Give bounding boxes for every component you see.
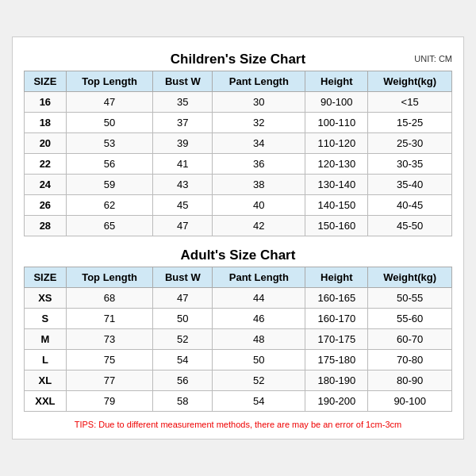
col-top-length-adult: Top Length [66, 267, 153, 288]
children-table-body: 1647353090-100<1518503732100-11015-25205… [25, 92, 452, 236]
table-cell: 53 [66, 133, 153, 154]
table-cell: 180-190 [305, 370, 368, 391]
children-table-header: SIZE Top Length Bust W Pant Length Heigh… [25, 71, 452, 92]
table-cell: 22 [25, 154, 67, 175]
table-cell: XS [25, 288, 67, 309]
table-cell: 90-100 [305, 92, 368, 113]
table-cell: 140-150 [305, 195, 368, 216]
table-cell: 71 [66, 309, 153, 329]
table-cell: 44 [213, 288, 305, 309]
table-cell: 47 [66, 92, 153, 113]
table-row: 1647353090-100<15 [25, 92, 452, 113]
tips-text: TIPS: Due to different measurement metho… [24, 418, 452, 431]
table-cell: 26 [25, 195, 67, 216]
table-row: XL775652180-19080-90 [25, 370, 452, 391]
table-cell: 48 [213, 329, 305, 350]
table-cell: 59 [66, 175, 153, 195]
table-cell: 52 [213, 370, 305, 391]
col-bust-w-adult: Bust W [153, 267, 213, 288]
table-cell: 65 [66, 216, 153, 236]
table-cell: 56 [66, 154, 153, 175]
table-cell: 45 [153, 195, 213, 216]
unit-label: UNIT: CM [414, 54, 452, 63]
children-table: SIZE Top Length Bust W Pant Length Heigh… [24, 71, 452, 236]
table-cell: 50-55 [368, 288, 452, 309]
table-row: 18503732100-11015-25 [25, 113, 452, 133]
col-height-adult: Height [305, 267, 368, 288]
col-pant-length: Pant Length [213, 71, 305, 92]
table-cell: XL [25, 370, 67, 391]
col-weight-adult: Weight(kg) [368, 267, 452, 288]
table-row: 22564136120-13030-35 [25, 154, 452, 175]
table-cell: 25-30 [368, 133, 452, 154]
col-pant-length-adult: Pant Length [213, 267, 305, 288]
table-cell: 41 [153, 154, 213, 175]
table-cell: 160-165 [305, 288, 368, 309]
table-cell: 56 [153, 370, 213, 391]
table-cell: 75 [66, 350, 153, 370]
table-cell: 54 [213, 391, 305, 412]
table-cell: 90-100 [368, 391, 452, 412]
table-row: M735248170-17560-70 [25, 329, 452, 350]
children-section-title: Children's Size Chart UNIT: CM [24, 47, 452, 71]
table-cell: 52 [153, 329, 213, 350]
size-chart-card: Children's Size Chart UNIT: CM SIZE Top … [12, 36, 464, 440]
table-cell: 46 [213, 309, 305, 329]
table-cell: 36 [213, 154, 305, 175]
table-cell: 120-130 [305, 154, 368, 175]
table-cell: 35 [153, 92, 213, 113]
table-cell: 170-175 [305, 329, 368, 350]
table-cell: 43 [153, 175, 213, 195]
table-cell: 55-60 [368, 309, 452, 329]
table-cell: 110-120 [305, 133, 368, 154]
adult-table-body: XS684744160-16550-55S715046160-17055-60M… [25, 288, 452, 412]
adult-table-header: SIZE Top Length Bust W Pant Length Heigh… [25, 267, 452, 288]
table-cell: 60-70 [368, 329, 452, 350]
table-cell: 80-90 [368, 370, 452, 391]
adult-title-text: Adult's Size Chart [181, 248, 296, 263]
table-cell: 50 [66, 113, 153, 133]
table-cell: 30-35 [368, 154, 452, 175]
table-cell: 70-80 [368, 350, 452, 370]
table-row: 24594338130-14035-40 [25, 175, 452, 195]
table-cell: 35-40 [368, 175, 452, 195]
table-cell: 18 [25, 113, 67, 133]
table-cell: 47 [153, 216, 213, 236]
table-cell: 40 [213, 195, 305, 216]
table-cell: 100-110 [305, 113, 368, 133]
table-cell: 39 [153, 133, 213, 154]
table-cell: 32 [213, 113, 305, 133]
table-row: 28654742150-16045-50 [25, 216, 452, 236]
table-cell: 20 [25, 133, 67, 154]
table-cell: 190-200 [305, 391, 368, 412]
table-cell: 68 [66, 288, 153, 309]
table-cell: 73 [66, 329, 153, 350]
col-top-length: Top Length [66, 71, 153, 92]
table-row: XS684744160-16550-55 [25, 288, 452, 309]
table-cell: 38 [213, 175, 305, 195]
table-cell: 47 [153, 288, 213, 309]
table-cell: 50 [153, 309, 213, 329]
table-cell: 160-170 [305, 309, 368, 329]
table-row: 20533934110-12025-30 [25, 133, 452, 154]
col-weight: Weight(kg) [368, 71, 452, 92]
table-cell: 37 [153, 113, 213, 133]
col-size-adult: SIZE [25, 267, 67, 288]
table-row: S715046160-17055-60 [25, 309, 452, 329]
table-cell: 30 [213, 92, 305, 113]
table-cell: 40-45 [368, 195, 452, 216]
table-cell: 54 [153, 350, 213, 370]
adult-section-title: Adult's Size Chart [24, 243, 452, 267]
table-cell: 77 [66, 370, 153, 391]
table-cell: L [25, 350, 67, 370]
table-cell: 45-50 [368, 216, 452, 236]
table-cell: 28 [25, 216, 67, 236]
children-title-text: Children's Size Chart [171, 52, 305, 67]
table-cell: 58 [153, 391, 213, 412]
table-cell: S [25, 309, 67, 329]
table-cell: 62 [66, 195, 153, 216]
table-cell: 15-25 [368, 113, 452, 133]
table-cell: 79 [66, 391, 153, 412]
table-cell: M [25, 329, 67, 350]
adult-table: SIZE Top Length Bust W Pant Length Heigh… [24, 267, 452, 412]
